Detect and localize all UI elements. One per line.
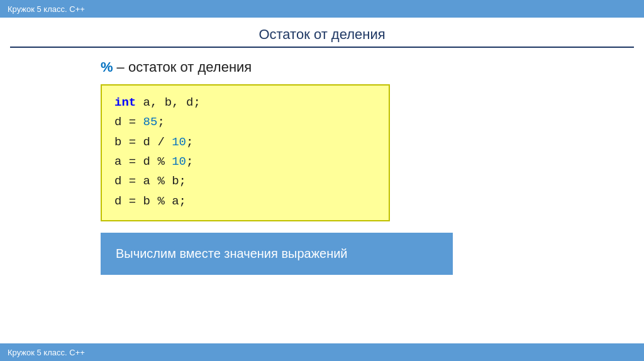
subtitle-text: – остаток от деления — [117, 59, 252, 75]
code-line-2: d = 85; — [114, 113, 376, 132]
code-line-1: int a, b, d; — [114, 93, 376, 113]
number-10-1: 10 — [172, 135, 186, 149]
code-line-4: a = d % 10; — [114, 152, 376, 172]
number-85: 85 — [143, 115, 158, 129]
top-bar: Кружок 5 класс. С++ — [0, 0, 644, 18]
percent-symbol: % — [101, 59, 113, 75]
top-bar-label: Кружок 5 класс. С++ — [8, 4, 85, 14]
info-box-text: Вычислим вместе значения выражений — [116, 247, 348, 260]
code-line-5: d = a % b; — [114, 172, 376, 191]
code-line-6: d = b % a; — [114, 192, 376, 211]
content-section: % – остаток от деления int a, b, d; d = … — [0, 48, 644, 281]
number-10-2: 10 — [172, 155, 186, 169]
bottom-bar: Кружок 5 класс. С++ — [0, 343, 644, 361]
keyword-int: int — [114, 96, 136, 109]
title-area: Остаток от деления — [10, 18, 634, 48]
code-line-3: b = d / 10; — [114, 133, 376, 152]
subtitle-line: % – остаток от деления — [101, 59, 619, 75]
slide-title: Остаток от деления — [258, 26, 385, 42]
bottom-bar-label: Кружок 5 класс. С++ — [8, 348, 85, 357]
main-content: Остаток от деления % – остаток от делени… — [0, 18, 644, 343]
code-block: int a, b, d; d = 85; b = d / 10; a = d %… — [101, 84, 390, 221]
info-box: Вычислим вместе значения выражений — [101, 233, 453, 275]
